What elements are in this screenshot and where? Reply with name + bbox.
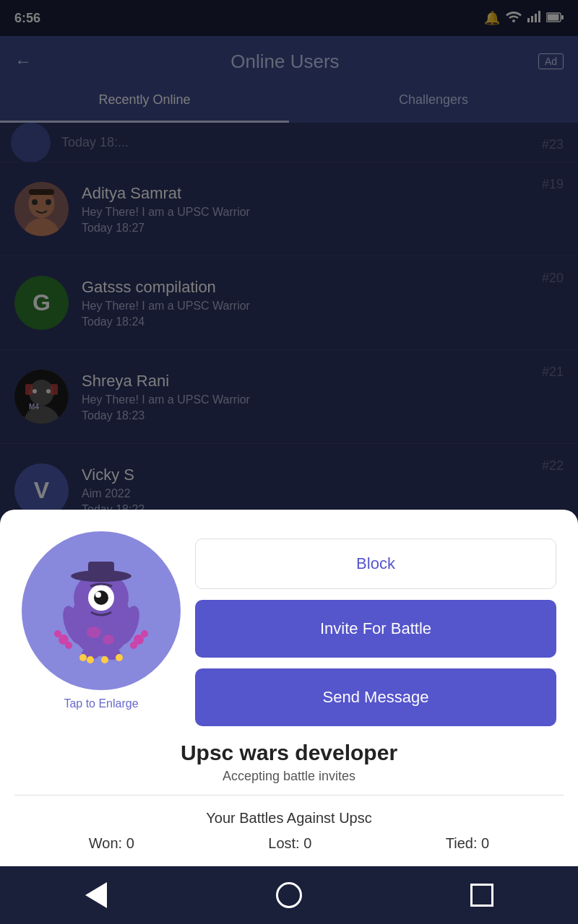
modal-avatar — [22, 531, 181, 690]
svg-point-44 — [101, 656, 108, 663]
back-icon — [85, 882, 107, 908]
svg-point-45 — [116, 654, 123, 661]
svg-rect-26 — [88, 562, 114, 578]
modal-content: Tap to Enlarge Block Invite For Battle S… — [0, 510, 578, 741]
navigation-bar — [0, 866, 578, 924]
svg-point-39 — [103, 635, 114, 645]
nav-home-button[interactable] — [271, 877, 307, 913]
svg-point-42 — [79, 654, 87, 661]
nav-recent-button[interactable] — [464, 877, 500, 913]
invite-battle-button[interactable]: Invite For Battle — [195, 600, 556, 658]
modal-user-status: Accepting battle invites — [0, 769, 578, 795]
svg-point-34 — [65, 642, 72, 649]
home-icon — [276, 882, 302, 908]
block-button[interactable]: Block — [195, 539, 556, 589]
nav-back-button[interactable] — [78, 877, 114, 913]
send-message-button[interactable]: Send Message — [195, 668, 556, 726]
battles-stats: Won: 0 Lost: 0 Tied: 0 — [22, 835, 556, 852]
stat-won: Won: 0 — [89, 835, 134, 852]
user-profile-modal: Tap to Enlarge Block Invite For Battle S… — [0, 510, 578, 866]
modal-actions: Block Invite For Battle Send Message — [195, 531, 556, 726]
svg-point-43 — [87, 656, 94, 663]
recent-icon — [470, 884, 493, 907]
svg-point-33 — [54, 630, 61, 637]
modal-avatar-section: Tap to Enlarge — [22, 531, 181, 710]
modal-battles: Your Battles Against Upsc Won: 0 Lost: 0… — [0, 796, 578, 866]
tap-to-enlarge[interactable]: Tap to Enlarge — [64, 697, 138, 710]
modal-user-name: Upsc wars developer — [0, 741, 578, 769]
stat-tied: Tied: 0 — [446, 835, 489, 852]
svg-point-37 — [130, 642, 137, 649]
battles-title: Your Battles Against Upsc — [22, 810, 556, 827]
svg-point-36 — [141, 630, 148, 637]
modal-overlay[interactable] — [0, 0, 578, 578]
stat-lost: Lost: 0 — [268, 835, 311, 852]
svg-point-38 — [87, 627, 101, 638]
svg-point-29 — [95, 592, 101, 598]
svg-point-28 — [94, 590, 108, 605]
